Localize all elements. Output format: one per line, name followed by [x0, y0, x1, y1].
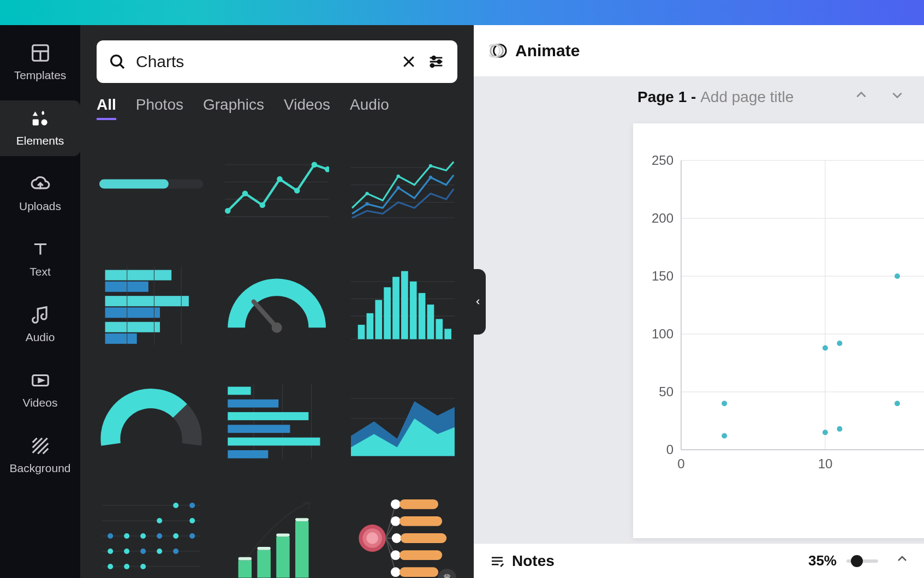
animate-button[interactable]: Animate: [489, 41, 580, 60]
svg-rect-113: [400, 567, 438, 577]
notes-button[interactable]: Notes: [489, 552, 555, 570]
page-number: Page 1: [637, 88, 687, 105]
rail-label: Audio: [26, 331, 55, 344]
zoom-slider[interactable]: [846, 559, 878, 563]
svg-point-30: [428, 176, 432, 179]
svg-rect-100: [295, 518, 308, 521]
page-separator: -: [687, 88, 700, 105]
svg-rect-63: [228, 425, 290, 433]
result-bracket-labels[interactable]: ♛: [344, 484, 462, 578]
canvas-page[interactable]: 01020050100150200250: [633, 123, 924, 538]
svg-point-112: [391, 567, 401, 577]
elements-panel: All Photos Graphics Videos Audio: [80, 25, 474, 578]
svg-point-82: [157, 549, 162, 554]
svg-rect-46: [357, 325, 365, 339]
search-input[interactable]: [136, 52, 391, 71]
svg-rect-53: [418, 293, 425, 339]
svg-point-20: [325, 166, 329, 172]
svg-point-5: [432, 56, 436, 59]
result-bar-arrow[interactable]: [218, 484, 336, 578]
svg-point-27: [428, 164, 432, 168]
rail-templates[interactable]: Templates: [0, 35, 80, 91]
page-collapse-icon[interactable]: [850, 86, 873, 108]
svg-point-84: [173, 533, 178, 539]
svg-rect-111: [400, 550, 442, 560]
scatter-chart[interactable]: 01020050100150200250: [643, 155, 924, 477]
result-histogram[interactable]: [344, 250, 462, 359]
page-title-area[interactable]: Page 1 - Add page title: [637, 88, 794, 106]
svg-point-136: [722, 433, 727, 439]
result-hbar[interactable]: [92, 250, 210, 359]
clear-icon[interactable]: [401, 53, 417, 70]
filter-tab-all[interactable]: All: [97, 96, 116, 120]
svg-point-86: [189, 518, 195, 523]
svg-rect-31: [105, 270, 172, 281]
svg-rect-98: [277, 534, 290, 537]
rail-label: Templates: [14, 69, 67, 82]
rail-text[interactable]: Text: [0, 231, 80, 287]
svg-rect-36: [105, 333, 137, 344]
svg-rect-34: [105, 307, 160, 318]
result-hbar-2[interactable]: [218, 367, 336, 476]
svg-point-90: [173, 549, 178, 554]
filter-tab-audio[interactable]: Audio: [350, 96, 389, 120]
filter-tab-photos[interactable]: Photos: [136, 96, 183, 120]
svg-rect-109: [400, 533, 446, 543]
rail-audio[interactable]: Audio: [0, 297, 80, 353]
svg-rect-94: [239, 557, 252, 561]
elements-icon: [30, 108, 51, 129]
svg-point-138: [822, 345, 828, 350]
svg-point-80: [140, 564, 146, 569]
svg-point-14: [225, 208, 231, 214]
svg-rect-65: [228, 450, 269, 458]
svg-point-78: [124, 549, 129, 554]
result-teal-line[interactable]: [218, 133, 336, 242]
result-area[interactable]: [344, 367, 462, 476]
notes-icon: [489, 553, 505, 569]
rail-background[interactable]: Background: [0, 428, 80, 484]
expand-up-icon[interactable]: [896, 552, 909, 569]
rail-label: Videos: [23, 396, 58, 409]
canvas-viewport[interactable]: 01020050100150200250: [474, 111, 924, 543]
rail-videos[interactable]: Videos: [0, 362, 80, 418]
svg-rect-62: [228, 412, 309, 420]
svg-point-137: [822, 430, 828, 435]
filter-sliders-icon[interactable]: [427, 52, 445, 71]
rail-uploads[interactable]: Uploads: [0, 166, 80, 222]
svg-point-79: [124, 533, 129, 539]
result-dot-grid[interactable]: [92, 484, 210, 578]
svg-point-110: [391, 550, 401, 560]
templates-icon: [30, 43, 51, 63]
svg-rect-47: [366, 313, 373, 339]
svg-point-28: [365, 202, 368, 205]
animate-icon: [489, 41, 508, 60]
svg-text:150: 150: [652, 269, 673, 283]
svg-rect-33: [105, 296, 189, 306]
filter-tab-graphics[interactable]: Graphics: [203, 96, 264, 120]
filter-tab-videos[interactable]: Videos: [284, 96, 330, 120]
svg-rect-93: [239, 560, 252, 577]
svg-point-18: [294, 188, 300, 194]
svg-point-85: [173, 503, 178, 508]
rail-elements[interactable]: Elements: [0, 100, 80, 156]
zoom-thumb[interactable]: [851, 555, 863, 567]
animate-label: Animate: [515, 41, 580, 60]
zoom-value[interactable]: 35%: [808, 552, 837, 569]
search-box: [97, 40, 457, 83]
svg-point-87: [108, 533, 113, 539]
svg-point-108: [391, 533, 401, 543]
result-multi-line[interactable]: [344, 133, 462, 242]
svg-rect-60: [228, 387, 251, 395]
result-half-donut[interactable]: [92, 367, 210, 476]
svg-point-77: [124, 564, 129, 569]
svg-rect-56: [444, 329, 451, 339]
page-expand-icon[interactable]: [886, 86, 909, 108]
svg-rect-35: [105, 322, 160, 332]
svg-point-17: [277, 176, 283, 182]
result-gauge[interactable]: [218, 250, 336, 359]
result-progress-pill[interactable]: [92, 133, 210, 242]
svg-point-16: [260, 202, 266, 208]
background-icon: [30, 436, 51, 456]
svg-point-75: [108, 564, 113, 569]
svg-rect-96: [258, 547, 271, 550]
